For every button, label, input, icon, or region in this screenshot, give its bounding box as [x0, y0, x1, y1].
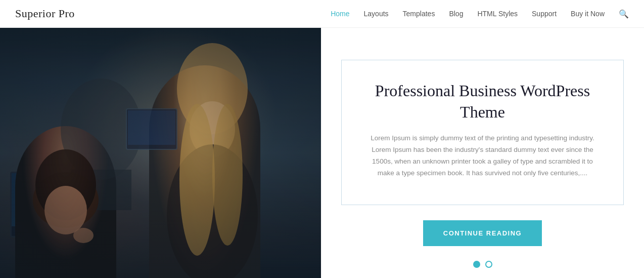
hero-svg-overlay	[0, 28, 321, 278]
nav-item-home[interactable]: Home	[331, 10, 349, 18]
continue-reading-button[interactable]: CONTINUE READING	[423, 220, 542, 246]
main-nav: Home Layouts Templates Blog HTML Styles …	[331, 9, 629, 19]
hero-right: Professional Business WordPress Theme Lo…	[321, 28, 644, 278]
hero-image-bg	[0, 28, 321, 278]
nav-item-buy-it-now[interactable]: Buy it Now	[571, 10, 605, 18]
content-box: Professional Business WordPress Theme Lo…	[341, 60, 624, 205]
search-icon[interactable]: 🔍	[619, 9, 629, 19]
nav-item-templates[interactable]: Templates	[403, 10, 435, 18]
nav-item-blog[interactable]: Blog	[449, 10, 463, 18]
site-header: Superior Pro Home Layouts Templates Blog…	[0, 0, 644, 28]
carousel-dot-2[interactable]	[485, 261, 492, 268]
hero-image	[0, 28, 321, 278]
nav-item-layouts[interactable]: Layouts	[364, 10, 389, 18]
nav-item-support[interactable]: Support	[532, 10, 557, 18]
hero-title: Professional Business WordPress Theme	[367, 81, 598, 123]
hero-description: Lorem Ipsum is simply dummy text of the …	[367, 133, 598, 179]
site-title: Superior Pro	[15, 7, 75, 20]
svg-rect-14	[0, 28, 321, 278]
carousel-dot-1[interactable]	[473, 261, 480, 268]
carousel-dots	[473, 261, 492, 268]
nav-item-html-styles[interactable]: HTML Styles	[477, 10, 518, 18]
main-content: Professional Business WordPress Theme Lo…	[0, 28, 644, 278]
